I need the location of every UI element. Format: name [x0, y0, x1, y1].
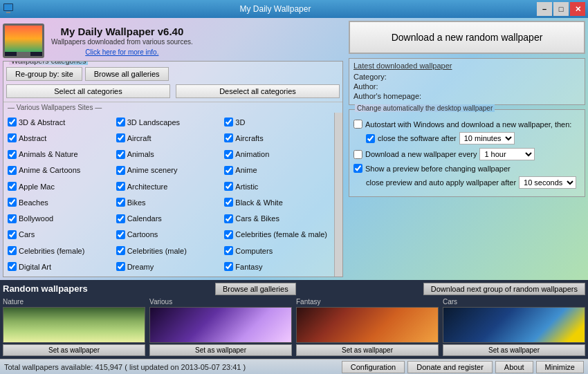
category-name: Architecture — [127, 183, 168, 191]
set-wallpaper-button[interactable]: Set as wallpaper — [443, 344, 585, 356]
category-checkbox[interactable] — [224, 262, 233, 271]
category-checkbox[interactable] — [8, 230, 17, 239]
category-checkbox[interactable] — [116, 118, 125, 127]
category-checkbox[interactable] — [8, 182, 17, 191]
close-software-select[interactable]: 10 minutes 5 minutes 15 minutes — [459, 132, 515, 144]
list-item: 3D Landscapes — [115, 114, 223, 130]
category-checkbox[interactable] — [116, 214, 125, 223]
list-item: Celebrities (female & male) — [223, 227, 331, 243]
close-software-checkbox[interactable] — [366, 134, 375, 143]
category-checkbox[interactable] — [8, 214, 17, 223]
maximize-button[interactable]: □ — [553, 2, 569, 16]
select-all-btn[interactable]: Select all categories — [6, 84, 170, 98]
category-checkbox[interactable] — [8, 133, 17, 142]
list-item: Apple Mac — [6, 178, 115, 194]
category-checkbox[interactable] — [224, 182, 233, 191]
category-checkbox[interactable] — [224, 230, 233, 239]
category-checkbox[interactable] — [224, 133, 233, 142]
thumb-image — [3, 307, 145, 343]
list-item: Abstract — [6, 130, 115, 146]
new-wallpaper-checkbox[interactable] — [353, 150, 362, 159]
category-name: 3D Landscapes — [127, 118, 180, 127]
author-label: Author: — [353, 82, 378, 91]
download-random-button[interactable]: Download a new random wallpaper — [349, 21, 585, 54]
list-item: Animals — [115, 147, 223, 162]
new-wallpaper-label: Download a new wallpaper every — [365, 150, 477, 158]
category-checkbox[interactable] — [116, 198, 125, 207]
list-item: 3D & Abstract — [6, 114, 115, 130]
minimize-button[interactable]: – — [537, 2, 552, 16]
category-name: Bollywood — [19, 214, 53, 223]
list-item: Bollywood — [6, 211, 115, 227]
set-wallpaper-button[interactable]: Set as wallpaper — [149, 344, 292, 356]
category-checkbox[interactable] — [116, 230, 125, 239]
status-bar: Total wallpapers available: 415,947 ( li… — [0, 359, 588, 374]
scrollbar[interactable] — [334, 113, 342, 277]
autostart-checkbox[interactable] — [353, 120, 362, 129]
list-item: Anime & Cartoons — [6, 162, 115, 178]
category-checkbox[interactable] — [8, 198, 17, 207]
list-item: VariousSet as wallpaper — [149, 298, 292, 356]
status-text: Total wallpapers available: 415,947 ( li… — [4, 363, 246, 371]
category-checkbox[interactable] — [116, 150, 125, 159]
category-checkbox[interactable] — [116, 166, 125, 175]
donate-btn[interactable]: Donate and register — [407, 361, 493, 373]
minimize-status-btn[interactable]: Minimize — [536, 361, 584, 373]
category-name: Animation — [235, 150, 269, 158]
list-item: 3D — [223, 114, 331, 130]
category-checkbox[interactable] — [224, 150, 233, 159]
configuration-btn[interactable]: Configuration — [342, 361, 405, 373]
category-name: Anime — [235, 166, 257, 174]
category-checkbox[interactable] — [224, 166, 233, 175]
category-checkbox[interactable] — [224, 214, 233, 223]
close-button[interactable]: ✕ — [570, 2, 585, 16]
browse-all-btn[interactable]: Browse all galleries — [215, 283, 296, 295]
category-checkbox[interactable] — [8, 166, 17, 175]
deselect-all-btn[interactable]: Deselect all categories — [176, 84, 340, 98]
app-header: My Daily Wallpaper v6.40 Wallpapers down… — [3, 21, 343, 61]
latest-wallpaper-box: Latest downloaded wallpaper Category: Au… — [349, 58, 585, 105]
category-checkbox[interactable] — [8, 150, 17, 159]
browse-galleries-tab[interactable]: Browse all galleries — [85, 67, 169, 81]
categories-box: Wallpapers categories Re-group by: site … — [3, 61, 343, 277]
regroup-tab[interactable]: Re-group by: site — [6, 67, 82, 81]
category-checkbox[interactable] — [8, 118, 17, 127]
category-name: Calendars — [127, 214, 162, 223]
category-row: Category: — [353, 73, 580, 81]
app-title: My Daily Wallpaper v6.40 — [51, 26, 193, 37]
wallpaper-thumbs: NatureSet as wallpaperVariousSet as wall… — [3, 298, 585, 356]
category-checkbox[interactable] — [224, 246, 233, 255]
app-subtitle: Wallpapers downloaded from various sourc… — [51, 37, 193, 47]
category-name: Aircrafts — [235, 134, 263, 142]
category-label: Category: — [353, 73, 387, 81]
category-name: Artistic — [235, 183, 258, 191]
list-item: FantasySet as wallpaper — [296, 298, 439, 356]
close-software-label: close the software after — [378, 134, 457, 142]
close-preview-select[interactable]: 10 seconds 5 seconds 15 seconds — [519, 176, 576, 189]
list-item: Cars — [6, 227, 115, 243]
category-checkbox[interactable] — [224, 198, 233, 207]
category-checkbox[interactable] — [116, 246, 125, 255]
list-item: Beaches — [6, 194, 115, 210]
preview-checkbox[interactable] — [353, 164, 362, 173]
list-item: Digital Art — [6, 259, 115, 274]
list-item: Celebrities (male) — [115, 243, 223, 259]
set-wallpaper-button[interactable]: Set as wallpaper — [296, 344, 439, 356]
category-name: Cars — [19, 230, 35, 239]
thumb-label: Nature — [3, 298, 145, 306]
thumb-label: Various — [149, 298, 292, 306]
close-preview-label: close preview and auto apply wallpaper a… — [366, 178, 516, 187]
list-item: Dreamy — [115, 259, 223, 274]
category-checkbox[interactable] — [224, 118, 233, 127]
category-checkbox[interactable] — [8, 262, 17, 271]
category-checkbox[interactable] — [8, 246, 17, 255]
category-checkbox[interactable] — [116, 182, 125, 191]
category-checkbox[interactable] — [116, 262, 125, 271]
set-wallpaper-button[interactable]: Set as wallpaper — [3, 344, 145, 356]
more-info-link[interactable]: Click here for more info. — [85, 48, 158, 56]
download-next-btn[interactable]: Download next group of random wallpapers — [423, 283, 585, 295]
category-checkbox[interactable] — [116, 133, 125, 142]
new-wallpaper-select[interactable]: 1 hour 30 minutes 2 hours — [479, 148, 535, 160]
about-btn[interactable]: About — [495, 361, 533, 373]
list-item: Computers — [223, 243, 331, 259]
